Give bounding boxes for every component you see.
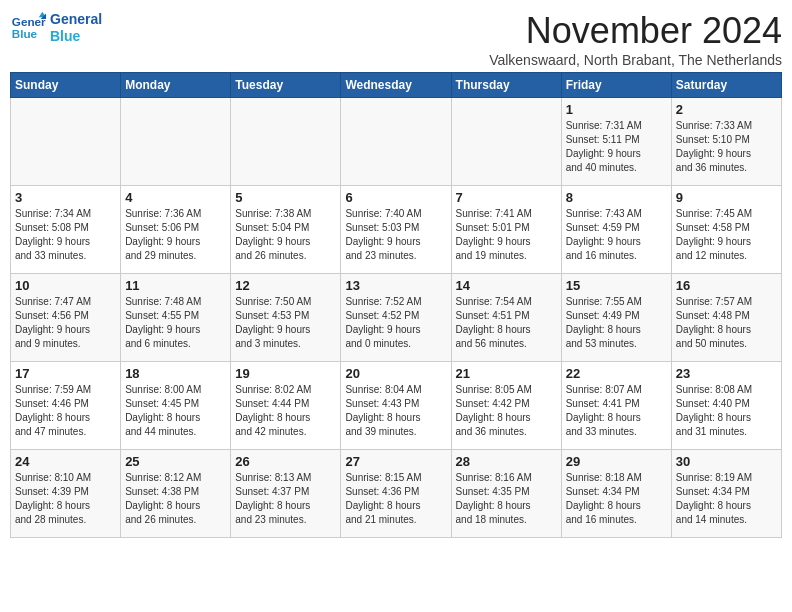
day-info: Sunrise: 7:38 AM Sunset: 5:04 PM Dayligh… xyxy=(235,207,336,263)
day-info: Sunrise: 7:33 AM Sunset: 5:10 PM Dayligh… xyxy=(676,119,777,175)
calendar-cell: 20Sunrise: 8:04 AM Sunset: 4:43 PM Dayli… xyxy=(341,362,451,450)
day-info: Sunrise: 7:52 AM Sunset: 4:52 PM Dayligh… xyxy=(345,295,446,351)
column-header-friday: Friday xyxy=(561,73,671,98)
month-title: November 2024 xyxy=(489,10,782,52)
day-number: 6 xyxy=(345,190,446,205)
calendar-cell: 1Sunrise: 7:31 AM Sunset: 5:11 PM Daylig… xyxy=(561,98,671,186)
day-info: Sunrise: 8:04 AM Sunset: 4:43 PM Dayligh… xyxy=(345,383,446,439)
calendar-cell: 16Sunrise: 7:57 AM Sunset: 4:48 PM Dayli… xyxy=(671,274,781,362)
day-number: 16 xyxy=(676,278,777,293)
day-number: 20 xyxy=(345,366,446,381)
week-row-3: 10Sunrise: 7:47 AM Sunset: 4:56 PM Dayli… xyxy=(11,274,782,362)
column-header-tuesday: Tuesday xyxy=(231,73,341,98)
day-info: Sunrise: 8:18 AM Sunset: 4:34 PM Dayligh… xyxy=(566,471,667,527)
day-info: Sunrise: 8:05 AM Sunset: 4:42 PM Dayligh… xyxy=(456,383,557,439)
calendar-cell: 9Sunrise: 7:45 AM Sunset: 4:58 PM Daylig… xyxy=(671,186,781,274)
day-info: Sunrise: 7:54 AM Sunset: 4:51 PM Dayligh… xyxy=(456,295,557,351)
calendar-cell: 3Sunrise: 7:34 AM Sunset: 5:08 PM Daylig… xyxy=(11,186,121,274)
calendar-cell: 5Sunrise: 7:38 AM Sunset: 5:04 PM Daylig… xyxy=(231,186,341,274)
day-number: 30 xyxy=(676,454,777,469)
calendar-cell: 24Sunrise: 8:10 AM Sunset: 4:39 PM Dayli… xyxy=(11,450,121,538)
day-info: Sunrise: 7:34 AM Sunset: 5:08 PM Dayligh… xyxy=(15,207,116,263)
column-header-wednesday: Wednesday xyxy=(341,73,451,98)
day-number: 7 xyxy=(456,190,557,205)
day-number: 9 xyxy=(676,190,777,205)
calendar-cell: 28Sunrise: 8:16 AM Sunset: 4:35 PM Dayli… xyxy=(451,450,561,538)
logo-icon: General Blue xyxy=(10,10,46,46)
calendar-cell xyxy=(451,98,561,186)
calendar-header-row: SundayMondayTuesdayWednesdayThursdayFrid… xyxy=(11,73,782,98)
day-info: Sunrise: 7:45 AM Sunset: 4:58 PM Dayligh… xyxy=(676,207,777,263)
day-number: 14 xyxy=(456,278,557,293)
week-row-2: 3Sunrise: 7:34 AM Sunset: 5:08 PM Daylig… xyxy=(11,186,782,274)
day-info: Sunrise: 8:02 AM Sunset: 4:44 PM Dayligh… xyxy=(235,383,336,439)
day-info: Sunrise: 7:31 AM Sunset: 5:11 PM Dayligh… xyxy=(566,119,667,175)
day-number: 12 xyxy=(235,278,336,293)
day-number: 3 xyxy=(15,190,116,205)
day-number: 22 xyxy=(566,366,667,381)
column-header-monday: Monday xyxy=(121,73,231,98)
day-info: Sunrise: 8:10 AM Sunset: 4:39 PM Dayligh… xyxy=(15,471,116,527)
day-number: 23 xyxy=(676,366,777,381)
calendar-cell: 17Sunrise: 7:59 AM Sunset: 4:46 PM Dayli… xyxy=(11,362,121,450)
calendar-cell xyxy=(11,98,121,186)
subtitle: Valkenswaard, North Brabant, The Netherl… xyxy=(489,52,782,68)
calendar-cell: 11Sunrise: 7:48 AM Sunset: 4:55 PM Dayli… xyxy=(121,274,231,362)
day-number: 8 xyxy=(566,190,667,205)
day-number: 10 xyxy=(15,278,116,293)
calendar-cell: 19Sunrise: 8:02 AM Sunset: 4:44 PM Dayli… xyxy=(231,362,341,450)
day-number: 25 xyxy=(125,454,226,469)
day-number: 28 xyxy=(456,454,557,469)
day-info: Sunrise: 8:15 AM Sunset: 4:36 PM Dayligh… xyxy=(345,471,446,527)
calendar-cell: 22Sunrise: 8:07 AM Sunset: 4:41 PM Dayli… xyxy=(561,362,671,450)
calendar-cell: 4Sunrise: 7:36 AM Sunset: 5:06 PM Daylig… xyxy=(121,186,231,274)
day-info: Sunrise: 8:19 AM Sunset: 4:34 PM Dayligh… xyxy=(676,471,777,527)
day-info: Sunrise: 8:07 AM Sunset: 4:41 PM Dayligh… xyxy=(566,383,667,439)
day-info: Sunrise: 7:41 AM Sunset: 5:01 PM Dayligh… xyxy=(456,207,557,263)
calendar-cell: 13Sunrise: 7:52 AM Sunset: 4:52 PM Dayli… xyxy=(341,274,451,362)
day-info: Sunrise: 7:40 AM Sunset: 5:03 PM Dayligh… xyxy=(345,207,446,263)
day-info: Sunrise: 7:59 AM Sunset: 4:46 PM Dayligh… xyxy=(15,383,116,439)
calendar-cell: 10Sunrise: 7:47 AM Sunset: 4:56 PM Dayli… xyxy=(11,274,121,362)
calendar-cell: 26Sunrise: 8:13 AM Sunset: 4:37 PM Dayli… xyxy=(231,450,341,538)
column-header-thursday: Thursday xyxy=(451,73,561,98)
svg-text:Blue: Blue xyxy=(12,27,38,40)
calendar-cell: 2Sunrise: 7:33 AM Sunset: 5:10 PM Daylig… xyxy=(671,98,781,186)
day-info: Sunrise: 7:57 AM Sunset: 4:48 PM Dayligh… xyxy=(676,295,777,351)
day-number: 4 xyxy=(125,190,226,205)
day-info: Sunrise: 7:36 AM Sunset: 5:06 PM Dayligh… xyxy=(125,207,226,263)
day-number: 17 xyxy=(15,366,116,381)
calendar-cell: 7Sunrise: 7:41 AM Sunset: 5:01 PM Daylig… xyxy=(451,186,561,274)
calendar-cell: 14Sunrise: 7:54 AM Sunset: 4:51 PM Dayli… xyxy=(451,274,561,362)
day-number: 21 xyxy=(456,366,557,381)
day-info: Sunrise: 7:43 AM Sunset: 4:59 PM Dayligh… xyxy=(566,207,667,263)
day-info: Sunrise: 7:48 AM Sunset: 4:55 PM Dayligh… xyxy=(125,295,226,351)
day-info: Sunrise: 8:12 AM Sunset: 4:38 PM Dayligh… xyxy=(125,471,226,527)
calendar-cell: 6Sunrise: 7:40 AM Sunset: 5:03 PM Daylig… xyxy=(341,186,451,274)
day-info: Sunrise: 7:47 AM Sunset: 4:56 PM Dayligh… xyxy=(15,295,116,351)
week-row-4: 17Sunrise: 7:59 AM Sunset: 4:46 PM Dayli… xyxy=(11,362,782,450)
calendar-cell: 30Sunrise: 8:19 AM Sunset: 4:34 PM Dayli… xyxy=(671,450,781,538)
logo-blue: Blue xyxy=(50,28,80,44)
day-number: 26 xyxy=(235,454,336,469)
week-row-1: 1Sunrise: 7:31 AM Sunset: 5:11 PM Daylig… xyxy=(11,98,782,186)
calendar-cell xyxy=(341,98,451,186)
calendar-cell: 23Sunrise: 8:08 AM Sunset: 4:40 PM Dayli… xyxy=(671,362,781,450)
day-number: 24 xyxy=(15,454,116,469)
day-number: 29 xyxy=(566,454,667,469)
day-number: 2 xyxy=(676,102,777,117)
calendar-cell: 15Sunrise: 7:55 AM Sunset: 4:49 PM Dayli… xyxy=(561,274,671,362)
calendar-table: SundayMondayTuesdayWednesdayThursdayFrid… xyxy=(10,72,782,538)
day-info: Sunrise: 8:13 AM Sunset: 4:37 PM Dayligh… xyxy=(235,471,336,527)
header: General Blue General Blue November 2024 … xyxy=(10,10,782,68)
calendar-cell: 21Sunrise: 8:05 AM Sunset: 4:42 PM Dayli… xyxy=(451,362,561,450)
day-info: Sunrise: 7:50 AM Sunset: 4:53 PM Dayligh… xyxy=(235,295,336,351)
day-info: Sunrise: 8:00 AM Sunset: 4:45 PM Dayligh… xyxy=(125,383,226,439)
calendar-cell xyxy=(231,98,341,186)
day-info: Sunrise: 8:08 AM Sunset: 4:40 PM Dayligh… xyxy=(676,383,777,439)
day-number: 11 xyxy=(125,278,226,293)
day-number: 15 xyxy=(566,278,667,293)
week-row-5: 24Sunrise: 8:10 AM Sunset: 4:39 PM Dayli… xyxy=(11,450,782,538)
day-number: 27 xyxy=(345,454,446,469)
calendar-cell xyxy=(121,98,231,186)
